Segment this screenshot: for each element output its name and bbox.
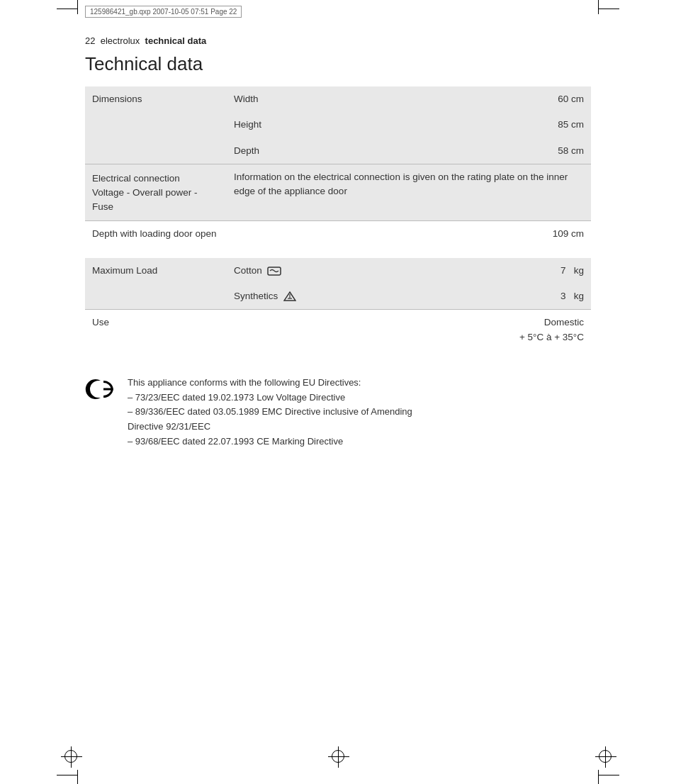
height-value: 85 cm [404, 112, 591, 138]
depth-label: Depth [227, 138, 404, 164]
use-label: Use [85, 310, 227, 350]
width-value: 60 cm [404, 86, 591, 112]
ce-mark [85, 377, 119, 406]
synthetics-label: Synthetics [227, 284, 404, 310]
cotton-value: 7 kg [404, 258, 591, 284]
section-title: Technical data [85, 53, 591, 75]
tech-table: Dimensions Width 60 cm Height 85 cm Dept… [85, 86, 591, 350]
crop-mark-tr-v [598, 0, 599, 14]
cotton-icon [267, 265, 281, 276]
crop-mark-tr-h [598, 9, 619, 9]
spacer-row [85, 247, 591, 258]
crop-mark-br-v [598, 770, 599, 784]
crop-mark-tl-h [57, 9, 78, 9]
depth-value: 58 cm [404, 138, 591, 164]
electrical-label: Electrical connectionVoltage - Overall p… [85, 164, 227, 220]
crop-mark-tl-v [77, 0, 78, 14]
max-load-label: Maximum Load [85, 258, 227, 310]
table-row-dimensions-width: Dimensions Width 60 cm [85, 86, 591, 112]
table-row-electrical: Electrical connectionVoltage - Overall p… [85, 164, 591, 220]
reg-mark-bl [64, 750, 77, 763]
depth-door-label: Depth with loading door open [85, 220, 227, 247]
electrical-detail: Information on the electrical connection… [227, 164, 591, 220]
height-label: Height [227, 112, 404, 138]
table-row-depth-door: Depth with loading door open 109 cm [85, 220, 591, 247]
brand-name: electrolux [101, 35, 140, 46]
crop-mark-bl-v [77, 770, 78, 784]
dimensions-label: Dimensions [85, 86, 227, 164]
page-number: 22 [85, 35, 95, 46]
ce-section: This appliance conforms with the followi… [85, 376, 591, 449]
section-label: technical data [145, 35, 207, 46]
synthetics-value: 3 kg [404, 284, 591, 310]
ce-compliance-text: This appliance conforms with the followi… [128, 376, 412, 449]
svg-rect-4 [103, 388, 111, 390]
cotton-label: Cotton [227, 258, 404, 284]
page-number-line: 22 electrolux technical data [85, 35, 591, 46]
use-detail [227, 310, 404, 350]
crop-mark-br-h [598, 775, 619, 775]
file-header: 125986421_gb.qxp 2007-10-05 07:51 Page 2… [85, 6, 242, 18]
depth-door-value: 109 cm [404, 220, 591, 247]
table-row-use: Use Domestic+ 5°C à + 35°C [85, 310, 591, 350]
use-value: Domestic+ 5°C à + 35°C [404, 310, 591, 350]
reg-mark-br [599, 750, 612, 763]
table-row-max-load-cotton: Maximum Load Cotton 7 kg [85, 258, 591, 284]
reg-mark-bc [332, 750, 344, 763]
ce-logo [85, 377, 119, 401]
page-content: 22 electrolux technical data Technical d… [85, 35, 591, 449]
depth-door-detail [227, 220, 404, 247]
synthetics-icon [283, 291, 296, 302]
crop-mark-bl-h [57, 775, 78, 775]
width-label: Width [227, 86, 404, 112]
